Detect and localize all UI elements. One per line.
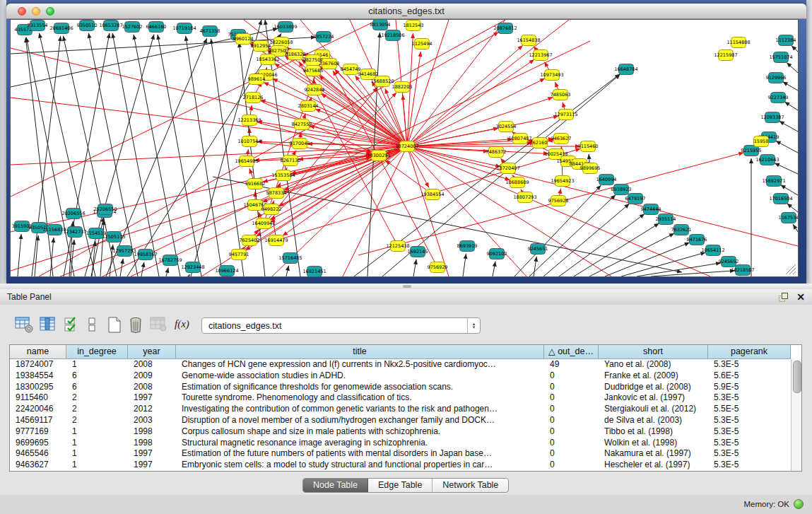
graph-node[interactable]: 10107544 xyxy=(237,136,261,147)
graph-node[interactable]: 17016504 xyxy=(769,194,792,204)
graph-node[interactable]: 2718126 xyxy=(243,93,264,103)
graph-node[interactable]: 9756928 xyxy=(548,196,569,206)
table-row[interactable]: 1938455462009Genome-wide association stu… xyxy=(10,370,801,382)
graph-node[interactable]: 16782759 xyxy=(158,255,182,266)
column-visibility-icon[interactable] xyxy=(40,317,56,332)
graph-node[interactable]: 12973115 xyxy=(554,110,577,120)
graph-node[interactable]: 1167534 xyxy=(779,213,798,223)
graph-node[interactable]: 16154838 xyxy=(517,35,540,46)
float-panel-icon[interactable] xyxy=(779,293,788,301)
table-row[interactable]: 1872400712008Changes of HCN gene express… xyxy=(10,359,801,370)
table-scrollbar[interactable] xyxy=(791,359,801,471)
graph-node[interactable]: 3024554 xyxy=(496,122,517,132)
graph-node[interactable]: 16033809 xyxy=(273,22,297,33)
delete-table-icon[interactable] xyxy=(128,317,143,334)
graph-node[interactable]: 1882203 xyxy=(392,82,413,93)
graph-node[interactable]: 9092102 xyxy=(487,249,507,259)
graph-node[interactable]: 15751074 xyxy=(769,52,792,63)
graph-node[interactable]: 12213369 xyxy=(237,115,261,126)
graph-node[interactable]: 17957253 xyxy=(112,246,136,257)
graph-node[interactable]: 8938923 xyxy=(611,185,632,195)
graph-node[interactable]: 7485063 xyxy=(551,90,571,100)
column-header[interactable]: △ out_de… xyxy=(544,345,599,359)
column-header[interactable]: title xyxy=(176,345,544,359)
tab-network-table[interactable]: Network Table xyxy=(433,479,508,492)
network-window-titlebar[interactable]: citations_edges.txt xyxy=(6,4,806,19)
graph-node[interactable]: 12342737 xyxy=(63,227,86,238)
table-scrollbar-thumb[interactable] xyxy=(793,361,801,393)
table-row[interactable]: 2242004622012Investigating the contribut… xyxy=(10,404,801,415)
graph-node[interactable]: 1527602 xyxy=(122,22,143,33)
graph-node[interactable]: 9756929 xyxy=(428,262,448,273)
row-selection-icon[interactable] xyxy=(64,317,78,332)
graph-node[interactable]: 10688609 xyxy=(505,177,529,188)
column-header[interactable]: short xyxy=(599,345,708,359)
graph-node[interactable]: 10719184 xyxy=(172,23,196,34)
graph-node[interactable]: 8693919 xyxy=(457,241,478,252)
tab-node-table[interactable]: Node Table xyxy=(303,479,368,492)
graph-node[interactable]: 9115460 xyxy=(578,141,599,152)
graph-node[interactable]: 9960124 xyxy=(233,34,254,45)
graph-node[interactable]: 11154808 xyxy=(726,37,750,48)
graph-node[interactable]: 2935114 xyxy=(656,214,676,225)
graph-node[interactable]: 10966124 xyxy=(215,266,238,276)
graph-node[interactable]: 989614 xyxy=(248,74,266,85)
graph-node[interactable]: 9463627 xyxy=(551,134,572,144)
table-row[interactable]: 1456911722003Disruption of a novel membe… xyxy=(10,415,801,426)
column-header[interactable]: name xyxy=(10,345,66,359)
graph-node[interactable]: 7857224 xyxy=(314,32,334,42)
table-row[interactable]: 1830029562008Estimation of significance … xyxy=(10,382,801,393)
graph-node[interactable]: 1916682 xyxy=(245,179,266,189)
graph-node[interactable]: 9474444 xyxy=(641,204,661,215)
graph-node[interactable]: 10653287 xyxy=(99,21,122,31)
graph-node[interactable]: 9129966 xyxy=(766,73,787,83)
graph-node[interactable]: 6466160 xyxy=(146,22,167,33)
graph-node[interactable]: 8471676 xyxy=(687,235,707,245)
graph-node[interactable]: 9899695 xyxy=(580,163,601,174)
graph-node[interactable]: 7486372 xyxy=(486,147,507,158)
panel-splitter[interactable] xyxy=(0,284,812,289)
graph-node[interactable]: 2367608 xyxy=(319,59,340,69)
graph-node[interactable]: 4671358 xyxy=(200,26,220,37)
column-header[interactable]: in_degree xyxy=(66,345,128,359)
graph-node[interactable]: 18720407 xyxy=(496,163,519,174)
table-row[interactable]: 977716911998Corpus callosum shape and si… xyxy=(10,426,801,438)
rows-icon[interactable] xyxy=(88,317,97,332)
table-settings-icon[interactable] xyxy=(15,317,34,333)
memory-status-indicator[interactable] xyxy=(794,499,804,509)
graph-node[interactable]: 8267130 xyxy=(281,156,301,166)
column-header[interactable]: pagerank xyxy=(708,345,791,359)
function-builder-icon[interactable]: f(x) xyxy=(175,318,189,330)
citation-network-graph[interactable]: 1872400718300295435572423135542069140693… xyxy=(11,20,798,276)
graph-node[interactable]: 16648784 xyxy=(614,64,637,75)
graph-node[interactable]: 12093387 xyxy=(760,112,784,123)
graph-node[interactable]: 1112384 xyxy=(776,35,796,46)
graph-node[interactable]: 6479197 xyxy=(625,194,646,204)
graph-node[interactable]: 2803144 xyxy=(298,101,319,112)
graph-node[interactable]: 16914479 xyxy=(264,235,288,246)
graph-node[interactable]: 9245651 xyxy=(528,244,548,255)
graph-node[interactable]: 9227349 xyxy=(768,93,789,103)
tab-edge-table[interactable]: Edge Table xyxy=(368,479,433,492)
graph-node[interactable]: 1640994 xyxy=(596,175,617,185)
splitter-handle[interactable] xyxy=(403,285,411,288)
network-view[interactable]: 1872400718300295435572423135542069140693… xyxy=(10,19,799,277)
table-row[interactable]: 946554611997Estimation of the future num… xyxy=(10,448,801,460)
graph-node[interactable]: 62160 xyxy=(533,138,548,148)
graph-node[interactable]: 5878334 xyxy=(266,188,287,199)
graph-node[interactable]: 9242844 xyxy=(305,85,325,95)
graph-node[interactable]: 10654112 xyxy=(701,245,724,256)
new-table-icon[interactable] xyxy=(107,317,122,333)
table-row[interactable]: 911546021997Tourette syndrome. Phenomeno… xyxy=(10,392,801,404)
graph-node[interactable]: 19654923 xyxy=(551,176,574,187)
graph-node[interactable]: 8427552 xyxy=(292,119,312,130)
graph-node[interactable]: 20691406 xyxy=(49,23,73,34)
graph-node[interactable]: 9350510 xyxy=(77,21,98,31)
graph-node[interactable]: 1125494 xyxy=(412,39,433,49)
graph-node[interactable]: 12213967 xyxy=(529,50,552,61)
graph-node[interactable]: 7625402 xyxy=(240,235,260,246)
graph-node[interactable]: 8170043 xyxy=(290,139,310,149)
graph-node[interactable]: 9475685 xyxy=(303,66,324,76)
graph-node[interactable]: 9457791 xyxy=(229,250,249,260)
close-panel-icon[interactable]: ✕ xyxy=(796,291,805,303)
